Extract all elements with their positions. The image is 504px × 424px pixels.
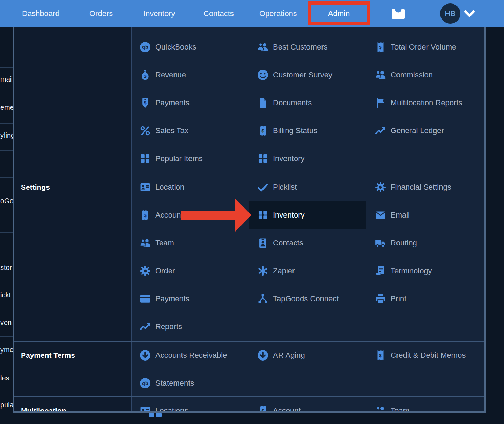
envelope-icon <box>375 209 386 221</box>
menu-item-picklist[interactable]: Picklist <box>249 173 366 201</box>
menu-item-routing[interactable]: Routing <box>366 229 484 257</box>
menu-item-customer-survey[interactable]: Customer Survey <box>249 61 366 89</box>
menu-item-total-order-volume[interactable]: $Total Order Volume <box>366 33 484 61</box>
section-label-settings: Settings <box>21 173 126 201</box>
menu-item-label: Location <box>155 183 184 192</box>
trend-up-icon <box>139 321 151 333</box>
menu-item-payments[interactable]: $Payments <box>131 89 249 117</box>
screen: maiemeylingoGostorickEvenymeles Tpula Da… <box>0 0 504 424</box>
document-icon <box>257 97 269 109</box>
menu-item-label: Routing <box>391 238 417 248</box>
menu-item-reports[interactable]: Reports <box>131 313 249 341</box>
svg-text:$: $ <box>144 100 147 105</box>
sitemap-icon <box>257 293 269 305</box>
menu-item-inventory[interactable]: Inventory <box>249 145 366 173</box>
menu-item-ar-aging[interactable]: AR Aging <box>249 341 366 369</box>
menu-item-label: Payments <box>155 98 190 107</box>
menu-item-popular-items[interactable]: Popular Items <box>131 145 249 173</box>
grid-icon <box>139 153 151 165</box>
menu-item-credit-debit-memos[interactable]: $Credit & Debit Memos <box>366 341 484 369</box>
menu-item-revenue[interactable]: $Revenue <box>131 61 249 89</box>
menu-item-contacts[interactable]: Contacts <box>249 229 366 257</box>
nav-contacts[interactable]: Contacts <box>203 9 234 18</box>
menu-item-best-customers[interactable]: Best Customers <box>249 33 366 61</box>
nav-dashboard[interactable]: Dashboard <box>22 9 60 18</box>
background-text-fragment: stor <box>0 264 12 272</box>
menu-item-label: Picklist <box>273 183 297 192</box>
inbox-icon[interactable] <box>390 7 407 21</box>
menu-item-documents[interactable]: Documents <box>249 89 366 117</box>
menu-item-payments[interactable]: Payments <box>131 285 249 313</box>
nav-inventory[interactable]: Inventory <box>143 9 175 18</box>
check-icon <box>257 181 269 193</box>
menu-item-sales-tax[interactable]: Sales Tax <box>131 117 249 145</box>
divider <box>0 94 13 94</box>
menu-item-accounts-receivable[interactable]: Accounts Receivable <box>131 341 249 369</box>
admin-menu-panel: qbQuickBooksBest Customers$Total Order V… <box>13 27 486 413</box>
menu-item-print[interactable]: Print <box>366 285 484 313</box>
scroll-icon <box>375 265 386 277</box>
menu-item-general-ledger[interactable]: General Ledger <box>366 117 484 145</box>
divider <box>0 255 13 255</box>
menu-item-billing-status[interactable]: $Billing Status <box>249 117 366 145</box>
menu-item-multilocation-reports[interactable]: Multilocation Reports <box>366 89 484 117</box>
menu-item-label: Payments <box>155 294 190 303</box>
users-icon <box>257 41 269 53</box>
menu-item-commission[interactable]: Commission <box>366 61 484 89</box>
menu-item-label: Accounts Receivable <box>155 351 227 360</box>
svg-text:$: $ <box>144 213 147 218</box>
flag-icon <box>375 97 386 109</box>
menu-item-label: Email <box>391 211 410 220</box>
menu-item-label: Account <box>273 406 301 413</box>
menu-item-team[interactable]: Team <box>131 229 249 257</box>
menu-item-label: Inventory <box>273 211 305 220</box>
menu-item-location[interactable]: Location <box>131 173 249 201</box>
background-text-fragment: yme <box>0 346 14 354</box>
menu-item-label: Documents <box>273 98 312 107</box>
nav-admin[interactable]: Admin <box>308 9 370 18</box>
menu-item-inventory[interactable]: Inventory <box>249 201 366 229</box>
circle-arrow-down-icon <box>257 349 269 361</box>
menu-item-label: Total Order Volume <box>391 43 456 52</box>
receipt-dollar-icon: $ <box>375 41 386 53</box>
id-card-icon <box>139 181 151 193</box>
menu-item-label: General Ledger <box>391 126 444 135</box>
section-label-multilocation: Multilocation <box>21 397 126 413</box>
background-grid-icon-fragment <box>149 413 154 417</box>
menu-item-label: Reports <box>155 322 182 331</box>
menu-item-financial-settings[interactable]: Financial Settings <box>366 173 484 201</box>
receipt-dollar-icon: $ <box>257 125 269 137</box>
menu-item-zapier[interactable]: Zapier <box>249 257 366 285</box>
svg-text:$: $ <box>379 45 382 50</box>
nav-operations[interactable]: Operations <box>259 9 297 18</box>
menu-item-tapgoods-connect[interactable]: TapGoods Connect <box>249 285 366 313</box>
menu-item-order[interactable]: Order <box>131 257 249 285</box>
menu-item-email[interactable]: Email <box>366 201 484 229</box>
menu-item-label: QuickBooks <box>155 43 196 52</box>
divider <box>0 310 13 310</box>
chevron-down-icon[interactable] <box>464 9 475 18</box>
grid-icon <box>257 153 269 165</box>
menu-item-account[interactable]: $Account <box>249 397 366 413</box>
users-icon <box>375 405 386 413</box>
menu-item-account[interactable]: $Account <box>131 201 249 229</box>
divider <box>0 336 13 337</box>
background-text-fragment: ickE <box>0 291 14 299</box>
menu-item-statements[interactable]: qbStatements <box>131 369 249 397</box>
divider <box>0 123 13 124</box>
avatar[interactable]: HB <box>440 3 460 24</box>
svg-text:$: $ <box>379 353 382 358</box>
menu-item-terminology[interactable]: Terminology <box>366 257 484 285</box>
menu-item-label: Credit & Debit Memos <box>391 351 466 360</box>
menu-item-label: Locations <box>155 406 188 413</box>
menu-item-quickbooks[interactable]: qbQuickBooks <box>131 33 249 61</box>
nav-orders[interactable]: Orders <box>89 9 113 18</box>
receipt-dollar-icon: $ <box>257 405 269 413</box>
menu-item-team[interactable]: Team <box>366 397 484 413</box>
divider <box>0 177 13 178</box>
credit-card-icon <box>139 293 151 305</box>
section-label-payment-terms: Payment Terms <box>21 341 126 369</box>
menu-item-locations[interactable]: Locations <box>131 397 249 413</box>
trend-up-icon <box>375 125 386 137</box>
divider <box>0 67 13 68</box>
